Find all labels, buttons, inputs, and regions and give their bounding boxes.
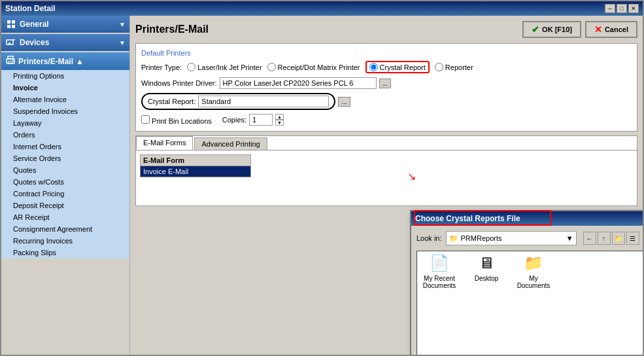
laser-radio-label[interactable]: Laser/Ink Jet Printer	[187, 63, 262, 71]
tabs-panel: E-Mail Forms Advanced Printing E-Mail Fo…	[135, 135, 637, 206]
svg-rect-8	[8, 56, 13, 59]
dialog-title-bar: Choose Crystal Reports File ? ✕	[411, 211, 643, 226]
lookin-select[interactable]: 📁 PRMReports ▼	[446, 231, 577, 245]
panel-title: Default Printers	[141, 49, 632, 57]
sidebar-item-internet-orders[interactable]: Internet Orders	[1, 141, 129, 152]
my-docs-icon: 📁	[524, 254, 543, 272]
header-buttons: ✔ OK [F10] ✕ Cancel	[522, 21, 637, 38]
maximize-button[interactable]: □	[617, 4, 627, 13]
ok-button[interactable]: ✔ OK [F10]	[522, 21, 581, 38]
reporter-radio[interactable]	[435, 63, 443, 71]
copies-down-button[interactable]: ▼	[275, 120, 284, 126]
sidebar-item-layaway[interactable]: Layaway	[1, 117, 129, 129]
driver-input[interactable]	[220, 77, 377, 89]
sidebar-item-orders[interactable]: Orders	[1, 129, 129, 141]
printers-expand-icon: ▲	[76, 57, 84, 66]
svg-rect-3	[12, 25, 15, 28]
view-button[interactable]: ☰	[626, 232, 639, 245]
sidebar-item-quotes-costs[interactable]: Quotes w/Costs	[1, 176, 129, 188]
driver-label: Windows Printer Driver:	[141, 79, 217, 87]
title-bar: Station Detail – □ ✕	[1, 1, 643, 16]
file-item-desktop[interactable]: 🖥 Desktop	[467, 254, 506, 282]
minimize-button[interactable]: –	[605, 4, 615, 13]
svg-point-10	[12, 60, 14, 62]
email-table-header: E-Mail Form	[141, 155, 250, 166]
printer-type-row: Printer Type: Laser/Ink Jet Printer Rece…	[141, 61, 632, 73]
back-button[interactable]: ←	[583, 232, 596, 245]
receipt-radio[interactable]	[267, 63, 276, 71]
desktop-label: Desktop	[475, 275, 499, 282]
driver-row: Windows Printer Driver: ...	[141, 77, 632, 89]
devices-label: Devices	[20, 38, 49, 47]
dialog-window: Choose Crystal Reports File ? ✕ Look in:…	[410, 210, 643, 355]
cancel-button[interactable]: ✕ Cancel	[585, 21, 637, 38]
copies-up-button[interactable]: ▲	[275, 114, 284, 120]
tab-bar: E-Mail Forms Advanced Printing	[136, 136, 637, 151]
copies-input[interactable]	[249, 114, 273, 126]
crystal-radio-label[interactable]: Crystal Report	[365, 61, 430, 73]
email-table-row-invoice[interactable]: Invoice E-Mail	[141, 166, 250, 177]
window-title: Station Detail	[5, 4, 56, 13]
crystal-browse-button[interactable]: ...	[338, 97, 350, 107]
reporter-radio-label[interactable]: Reporter	[435, 63, 473, 71]
sidebar-item-contract-pricing[interactable]: Contract Pricing	[1, 188, 129, 200]
desktop-icon: 🖥	[479, 254, 494, 272]
main-content: General ▼ Devices ▼ Prin	[1, 16, 643, 355]
recent-docs-label: My RecentDocuments	[423, 275, 456, 289]
folder-icon: 📁	[449, 234, 458, 243]
general-header[interactable]: General ▼	[1, 16, 129, 33]
tab-content-email-forms: E-Mail Form Invoice E-Mail	[136, 151, 637, 203]
dialog-title-text: Choose Crystal Reports File	[415, 214, 520, 223]
crystal-dialog: Choose Crystal Reports File ? ✕ Look in:…	[410, 210, 643, 355]
sidebar-item-quotes[interactable]: Quotes	[1, 164, 129, 176]
sidebar-item-suspended-invoices[interactable]: Suspended Invoices	[1, 105, 129, 117]
laser-radio[interactable]	[187, 63, 195, 71]
lookin-value: PRMReports	[461, 234, 502, 242]
sidebar: General ▼ Devices ▼ Prin	[1, 16, 130, 355]
crystal-radio[interactable]	[369, 63, 378, 71]
printers-label: Printers/E-Mail	[18, 57, 73, 66]
options-row: Print Bin Locations Copies: ▲ ▼	[141, 114, 632, 126]
sidebar-item-alternate-invoice[interactable]: Alternate Invoice	[1, 94, 129, 105]
new-folder-button[interactable]: 📁	[612, 232, 625, 245]
printers-header[interactable]: Printers/E-Mail ▲	[1, 52, 129, 70]
sidebar-item-invoice[interactable]: Invoice	[1, 82, 129, 94]
svg-rect-1	[12, 20, 15, 24]
tab-advanced-printing[interactable]: Advanced Printing	[194, 137, 267, 150]
copies-row: Copies: ▲ ▼	[222, 114, 284, 126]
crystal-label: Crystal Report:	[148, 98, 195, 105]
close-button[interactable]: ✕	[628, 4, 639, 13]
sidebar-item-printing-options[interactable]: Printing Options	[1, 70, 129, 82]
file-item-my-documents[interactable]: 📁 My Documents	[514, 254, 553, 289]
print-bin-label[interactable]: Print Bin Locations	[141, 115, 212, 125]
devices-icon	[5, 37, 17, 48]
tab-email-forms[interactable]: E-Mail Forms	[136, 136, 193, 150]
sidebar-item-packing-slips[interactable]: Packing Slips	[1, 247, 129, 258]
dialog-body: Look in: 📁 PRMReports ▼ ←	[411, 226, 643, 355]
driver-browse-button[interactable]: ...	[379, 79, 391, 88]
sidebar-item-recurring-invoices[interactable]: Recurring Invoices	[1, 235, 129, 247]
svg-rect-0	[7, 20, 10, 24]
devices-header[interactable]: Devices ▼	[1, 34, 129, 51]
file-item-recent-documents[interactable]: 📄 My RecentDocuments	[420, 254, 459, 289]
toolbar-icons: ← ↑ 📁 ☰	[583, 232, 639, 245]
svg-rect-2	[7, 25, 10, 28]
sidebar-item-deposit-receipt[interactable]: Deposit Receipt	[1, 200, 129, 211]
file-area: 📄 My RecentDocuments 🖥 Desktop 📁 My Doc	[416, 251, 643, 355]
title-bar-buttons: – □ ✕	[605, 4, 639, 13]
crystal-input[interactable]	[198, 96, 329, 107]
devices-expand-icon: ▼	[119, 39, 126, 46]
general-expand-icon: ▼	[119, 21, 126, 28]
sidebar-item-ar-receipt[interactable]: AR Receipt	[1, 211, 129, 223]
general-icon	[5, 18, 17, 30]
receipt-radio-label[interactable]: Receipt/Dot Matrix Printer	[267, 63, 360, 71]
printers-section: Printers/E-Mail ▲ Printing Options Invoi…	[1, 52, 129, 258]
up-folder-button[interactable]: ↑	[598, 232, 611, 245]
copies-spinner[interactable]: ▲ ▼	[275, 114, 284, 126]
sidebar-item-consignment-agreement[interactable]: Consignment Agreement	[1, 223, 129, 235]
sidebar-item-service-orders[interactable]: Service Orders	[1, 152, 129, 164]
print-bin-checkbox[interactable]	[141, 115, 150, 124]
check-icon: ✔	[532, 24, 539, 35]
page-title: Printers/E-Mail	[135, 24, 209, 35]
main-area: Printers/E-Mail ✔ OK [F10] ✕ Cancel Defa…	[130, 16, 643, 355]
